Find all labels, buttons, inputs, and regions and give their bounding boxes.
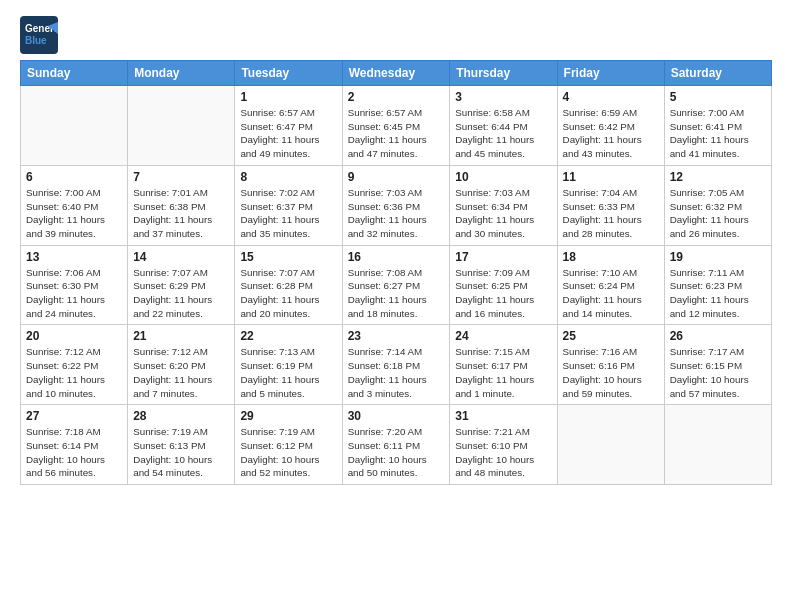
calendar-cell: 19Sunrise: 7:11 AMSunset: 6:23 PMDayligh… [664, 245, 771, 325]
day-info: Sunrise: 7:20 AMSunset: 6:11 PMDaylight:… [348, 425, 445, 480]
day-number: 24 [455, 329, 551, 343]
calendar-cell: 4Sunrise: 6:59 AMSunset: 6:42 PMDaylight… [557, 86, 664, 166]
week-row-4: 27Sunrise: 7:18 AMSunset: 6:14 PMDayligh… [21, 405, 772, 485]
day-number: 2 [348, 90, 445, 104]
weekday-header-wednesday: Wednesday [342, 61, 450, 86]
day-number: 3 [455, 90, 551, 104]
day-info: Sunrise: 7:21 AMSunset: 6:10 PMDaylight:… [455, 425, 551, 480]
week-row-3: 20Sunrise: 7:12 AMSunset: 6:22 PMDayligh… [21, 325, 772, 405]
day-info: Sunrise: 7:03 AMSunset: 6:34 PMDaylight:… [455, 186, 551, 241]
day-info: Sunrise: 6:58 AMSunset: 6:44 PMDaylight:… [455, 106, 551, 161]
day-number: 31 [455, 409, 551, 423]
calendar-cell: 31Sunrise: 7:21 AMSunset: 6:10 PMDayligh… [450, 405, 557, 485]
calendar-cell: 13Sunrise: 7:06 AMSunset: 6:30 PMDayligh… [21, 245, 128, 325]
calendar-cell: 20Sunrise: 7:12 AMSunset: 6:22 PMDayligh… [21, 325, 128, 405]
day-info: Sunrise: 7:09 AMSunset: 6:25 PMDaylight:… [455, 266, 551, 321]
calendar-cell: 27Sunrise: 7:18 AMSunset: 6:14 PMDayligh… [21, 405, 128, 485]
calendar-cell [21, 86, 128, 166]
day-info: Sunrise: 6:57 AMSunset: 6:47 PMDaylight:… [240, 106, 336, 161]
day-info: Sunrise: 7:14 AMSunset: 6:18 PMDaylight:… [348, 345, 445, 400]
week-row-1: 6Sunrise: 7:00 AMSunset: 6:40 PMDaylight… [21, 165, 772, 245]
calendar-cell: 12Sunrise: 7:05 AMSunset: 6:32 PMDayligh… [664, 165, 771, 245]
calendar-cell: 22Sunrise: 7:13 AMSunset: 6:19 PMDayligh… [235, 325, 342, 405]
calendar-cell: 25Sunrise: 7:16 AMSunset: 6:16 PMDayligh… [557, 325, 664, 405]
day-info: Sunrise: 7:12 AMSunset: 6:22 PMDaylight:… [26, 345, 122, 400]
calendar-cell: 7Sunrise: 7:01 AMSunset: 6:38 PMDaylight… [128, 165, 235, 245]
calendar-cell: 24Sunrise: 7:15 AMSunset: 6:17 PMDayligh… [450, 325, 557, 405]
day-info: Sunrise: 7:08 AMSunset: 6:27 PMDaylight:… [348, 266, 445, 321]
day-info: Sunrise: 7:18 AMSunset: 6:14 PMDaylight:… [26, 425, 122, 480]
day-number: 29 [240, 409, 336, 423]
calendar-cell: 5Sunrise: 7:00 AMSunset: 6:41 PMDaylight… [664, 86, 771, 166]
calendar-cell: 26Sunrise: 7:17 AMSunset: 6:15 PMDayligh… [664, 325, 771, 405]
day-info: Sunrise: 7:15 AMSunset: 6:17 PMDaylight:… [455, 345, 551, 400]
svg-text:Blue: Blue [25, 35, 47, 46]
calendar-cell: 3Sunrise: 6:58 AMSunset: 6:44 PMDaylight… [450, 86, 557, 166]
day-number: 20 [26, 329, 122, 343]
day-number: 26 [670, 329, 766, 343]
day-info: Sunrise: 6:57 AMSunset: 6:45 PMDaylight:… [348, 106, 445, 161]
weekday-header-row: SundayMondayTuesdayWednesdayThursdayFrid… [21, 61, 772, 86]
calendar-cell [557, 405, 664, 485]
calendar-cell: 10Sunrise: 7:03 AMSunset: 6:34 PMDayligh… [450, 165, 557, 245]
day-number: 22 [240, 329, 336, 343]
day-number: 11 [563, 170, 659, 184]
weekday-header-thursday: Thursday [450, 61, 557, 86]
day-number: 23 [348, 329, 445, 343]
weekday-header-saturday: Saturday [664, 61, 771, 86]
day-info: Sunrise: 7:04 AMSunset: 6:33 PMDaylight:… [563, 186, 659, 241]
day-info: Sunrise: 7:16 AMSunset: 6:16 PMDaylight:… [563, 345, 659, 400]
day-number: 1 [240, 90, 336, 104]
day-info: Sunrise: 7:07 AMSunset: 6:28 PMDaylight:… [240, 266, 336, 321]
day-number: 9 [348, 170, 445, 184]
logo: General Blue [20, 16, 60, 54]
logo-icon: General Blue [20, 16, 58, 54]
calendar-cell [664, 405, 771, 485]
day-number: 10 [455, 170, 551, 184]
calendar-cell [128, 86, 235, 166]
day-info: Sunrise: 7:00 AMSunset: 6:41 PMDaylight:… [670, 106, 766, 161]
calendar-cell: 28Sunrise: 7:19 AMSunset: 6:13 PMDayligh… [128, 405, 235, 485]
day-number: 13 [26, 250, 122, 264]
day-info: Sunrise: 7:03 AMSunset: 6:36 PMDaylight:… [348, 186, 445, 241]
calendar-cell: 23Sunrise: 7:14 AMSunset: 6:18 PMDayligh… [342, 325, 450, 405]
calendar-cell: 29Sunrise: 7:19 AMSunset: 6:12 PMDayligh… [235, 405, 342, 485]
day-info: Sunrise: 7:07 AMSunset: 6:29 PMDaylight:… [133, 266, 229, 321]
calendar-cell: 21Sunrise: 7:12 AMSunset: 6:20 PMDayligh… [128, 325, 235, 405]
header: General Blue [20, 16, 772, 54]
weekday-header-tuesday: Tuesday [235, 61, 342, 86]
day-info: Sunrise: 7:10 AMSunset: 6:24 PMDaylight:… [563, 266, 659, 321]
day-number: 17 [455, 250, 551, 264]
weekday-header-sunday: Sunday [21, 61, 128, 86]
day-number: 30 [348, 409, 445, 423]
calendar-cell: 16Sunrise: 7:08 AMSunset: 6:27 PMDayligh… [342, 245, 450, 325]
day-info: Sunrise: 7:05 AMSunset: 6:32 PMDaylight:… [670, 186, 766, 241]
weekday-header-friday: Friday [557, 61, 664, 86]
calendar-cell: 8Sunrise: 7:02 AMSunset: 6:37 PMDaylight… [235, 165, 342, 245]
day-number: 7 [133, 170, 229, 184]
day-number: 25 [563, 329, 659, 343]
day-info: Sunrise: 7:02 AMSunset: 6:37 PMDaylight:… [240, 186, 336, 241]
day-number: 18 [563, 250, 659, 264]
day-number: 4 [563, 90, 659, 104]
page: General Blue SundayMondayTuesdayWednesda… [0, 0, 792, 612]
day-info: Sunrise: 7:19 AMSunset: 6:13 PMDaylight:… [133, 425, 229, 480]
day-number: 16 [348, 250, 445, 264]
week-row-0: 1Sunrise: 6:57 AMSunset: 6:47 PMDaylight… [21, 86, 772, 166]
weekday-header-monday: Monday [128, 61, 235, 86]
day-info: Sunrise: 7:19 AMSunset: 6:12 PMDaylight:… [240, 425, 336, 480]
day-number: 27 [26, 409, 122, 423]
day-info: Sunrise: 7:12 AMSunset: 6:20 PMDaylight:… [133, 345, 229, 400]
calendar-table: SundayMondayTuesdayWednesdayThursdayFrid… [20, 60, 772, 485]
calendar-cell: 15Sunrise: 7:07 AMSunset: 6:28 PMDayligh… [235, 245, 342, 325]
day-number: 8 [240, 170, 336, 184]
calendar-cell: 14Sunrise: 7:07 AMSunset: 6:29 PMDayligh… [128, 245, 235, 325]
day-number: 5 [670, 90, 766, 104]
day-number: 12 [670, 170, 766, 184]
calendar-cell: 9Sunrise: 7:03 AMSunset: 6:36 PMDaylight… [342, 165, 450, 245]
day-info: Sunrise: 7:17 AMSunset: 6:15 PMDaylight:… [670, 345, 766, 400]
day-number: 21 [133, 329, 229, 343]
calendar-cell: 30Sunrise: 7:20 AMSunset: 6:11 PMDayligh… [342, 405, 450, 485]
calendar-cell: 17Sunrise: 7:09 AMSunset: 6:25 PMDayligh… [450, 245, 557, 325]
day-number: 28 [133, 409, 229, 423]
